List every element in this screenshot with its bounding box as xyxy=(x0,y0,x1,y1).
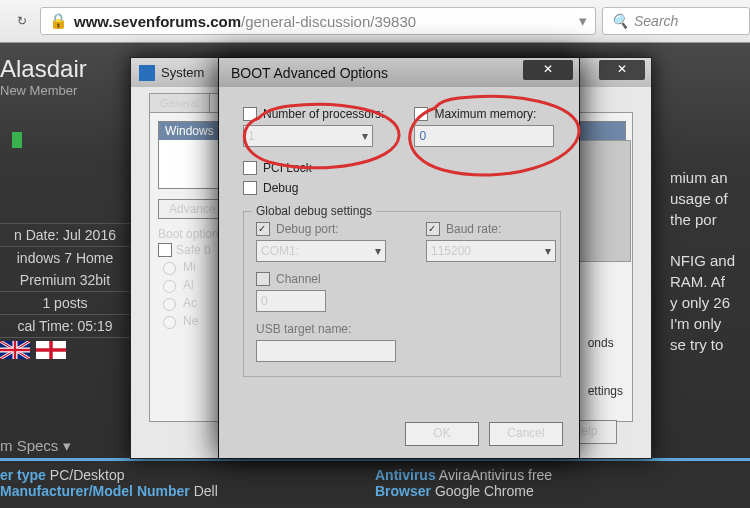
usb-target-label: USB target name: xyxy=(256,322,548,336)
debug-port-combo[interactable]: COM1: xyxy=(256,240,386,262)
url-host: www.sevenforums.com xyxy=(74,13,241,30)
max-memory-field: Maximum memory: 0 xyxy=(414,107,554,147)
global-debug-group: Global debug settings Debug port: COM1: … xyxy=(243,211,561,377)
join-date: n Date: Jul 2016 xyxy=(0,223,130,246)
baud-rate-label: Baud rate: xyxy=(446,222,501,236)
username: Alasdair xyxy=(0,55,87,83)
url-dropdown-icon[interactable]: ▾ xyxy=(579,12,587,30)
page-content: Alasdair New Member n Date: Jul 2016 ind… xyxy=(0,43,750,508)
advanced-options-button[interactable]: Advance xyxy=(158,199,227,219)
profile-stats: n Date: Jul 2016 indows 7 Home Premium 3… xyxy=(0,223,130,362)
post-body-fragment: mium an usage of the por NFIG and RAM. A… xyxy=(670,167,750,355)
spec-label: er type xyxy=(0,467,46,483)
timeout-label-fragment: onds xyxy=(588,336,623,350)
num-processors-field: Number of processors: 1 xyxy=(243,107,384,147)
num-processors-checkbox[interactable] xyxy=(243,107,257,121)
ok-button[interactable]: OK xyxy=(405,422,479,446)
url-path: /general-discussion/39830 xyxy=(241,13,416,30)
member-role: New Member xyxy=(0,83,87,98)
boot-advanced-title: BOOT Advanced Options xyxy=(231,65,388,81)
cancel-button[interactable]: Cancel xyxy=(489,422,563,446)
system-config-icon xyxy=(139,65,155,81)
debug-port-label: Debug port: xyxy=(276,222,339,236)
system-specs-toggle[interactable]: m Specs ▾ xyxy=(0,437,71,455)
browser-toolbar: ↻ 🔒 www.sevenforums.com/general-discussi… xyxy=(0,0,750,43)
num-processors-combo[interactable]: 1 xyxy=(243,125,373,147)
online-indicator-icon xyxy=(12,132,22,148)
england-flag-icon xyxy=(36,341,66,359)
os-line1: indows 7 Home xyxy=(0,246,130,269)
baud-rate-checkbox xyxy=(426,222,440,236)
system-config-title: System xyxy=(161,65,204,80)
uk-flag-icon xyxy=(0,341,30,359)
max-memory-label: Maximum memory: xyxy=(434,107,536,121)
spec-label: Browser xyxy=(375,483,431,499)
global-debug-legend: Global debug settings xyxy=(252,204,376,218)
post-count: 1 posts xyxy=(0,291,130,314)
pci-lock-checkbox[interactable] xyxy=(243,161,257,175)
debug-checkbox[interactable] xyxy=(243,181,257,195)
os-line2: Premium 32bit xyxy=(0,269,130,291)
local-time: cal Time: 05:19 xyxy=(0,314,130,337)
settings-label-fragment: ettings xyxy=(588,384,623,398)
pci-lock-label: PCI Lock xyxy=(263,161,312,175)
spec-label: Manufacturer/Model Number xyxy=(0,483,190,499)
tab-general[interactable]: General xyxy=(149,93,210,112)
specs-footer: er type PC/Desktop Manufacturer/Model Nu… xyxy=(0,458,750,508)
num-processors-label: Number of processors: xyxy=(263,107,384,121)
reload-button[interactable]: ↻ xyxy=(10,9,34,33)
debug-label: Debug xyxy=(263,181,298,195)
max-memory-checkbox[interactable] xyxy=(414,107,428,121)
system-config-close-button[interactable]: ✕ xyxy=(599,60,645,80)
usb-target-input[interactable] xyxy=(256,340,396,362)
spec-label: Antivirus xyxy=(375,467,436,483)
search-placeholder: Search xyxy=(634,13,678,29)
boot-advanced-dialog: BOOT Advanced Options ✕ Number of proces… xyxy=(218,57,580,459)
url-bar[interactable]: 🔒 www.sevenforums.com/general-discussion… xyxy=(40,7,596,35)
channel-label: Channel xyxy=(276,272,321,286)
debug-port-checkbox xyxy=(256,222,270,236)
channel-checkbox xyxy=(256,272,270,286)
boot-advanced-close-button[interactable]: ✕ xyxy=(523,60,573,80)
baud-rate-combo[interactable]: 115200 xyxy=(426,240,556,262)
search-icon: 🔍 xyxy=(611,13,628,29)
max-memory-input[interactable]: 0 xyxy=(414,125,554,147)
channel-input[interactable]: 0 xyxy=(256,290,326,312)
search-box[interactable]: 🔍 Search xyxy=(602,7,750,35)
profile-block: Alasdair New Member xyxy=(0,55,87,148)
